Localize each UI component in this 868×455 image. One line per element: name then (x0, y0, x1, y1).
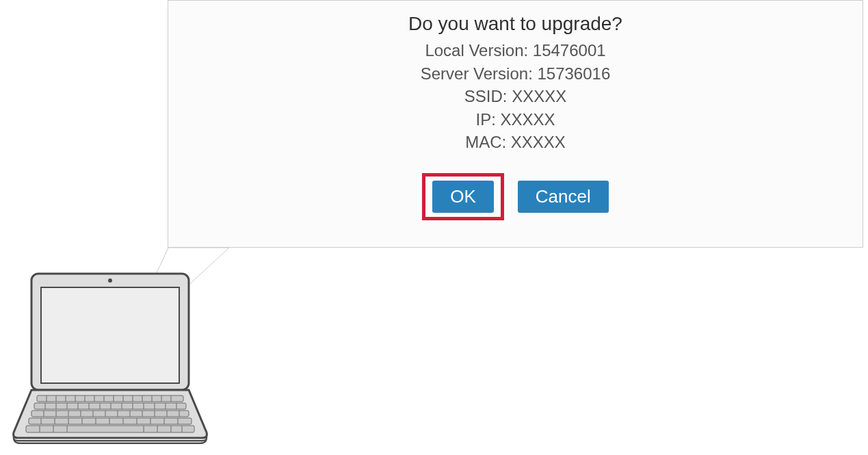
mac-text: MAC: XXXXX (465, 131, 566, 154)
dialog-button-row: OK Cancel (422, 173, 609, 220)
local-version-text: Local Version: 15476001 (425, 39, 605, 62)
svg-rect-9 (29, 418, 192, 424)
ip-text: IP: XXXXX (475, 108, 555, 131)
cancel-button[interactable]: Cancel (518, 181, 609, 213)
server-version-text: Server Version: 15736016 (421, 62, 611, 86)
laptop-icon (7, 271, 212, 447)
svg-rect-8 (31, 411, 189, 417)
svg-point-5 (108, 278, 112, 283)
dialog-title: Do you want to upgrade? (408, 13, 622, 35)
ok-button[interactable]: OK (432, 181, 494, 213)
ok-highlight-frame: OK (422, 173, 504, 220)
svg-rect-10 (26, 426, 194, 432)
upgrade-dialog: Do you want to upgrade? Local Version: 1… (168, 0, 863, 248)
ssid-text: SSID: XXXXX (464, 85, 566, 108)
svg-rect-4 (41, 287, 179, 383)
svg-rect-7 (34, 403, 186, 409)
